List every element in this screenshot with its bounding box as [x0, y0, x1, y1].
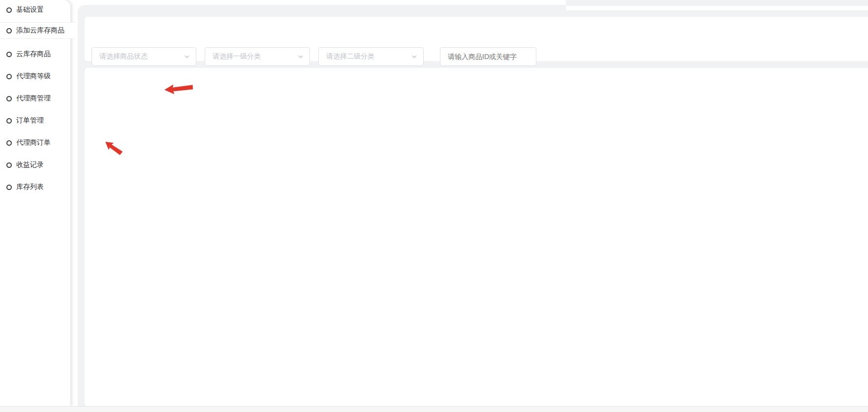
sidebar-item-label: 基础设置 [16, 5, 44, 14]
menu-circle-icon [6, 74, 12, 79]
chevron-down-icon [184, 54, 190, 60]
horizontal-scrollbar[interactable] [0, 406, 868, 412]
sidebar-item-0[interactable]: 基础设置 [0, 1, 70, 18]
sidebar-item-label: 代理商等级 [16, 72, 51, 81]
sidebar-item-label: 云库存商品 [16, 50, 51, 59]
sidebar-item-7[interactable]: 收益记录 [0, 157, 70, 173]
sidebar-item-label: 添加云库存商品 [16, 26, 64, 35]
sidebar-item-label: 订单管理 [16, 116, 44, 125]
filter-card: 请选择商品状态 请选择一级分类 请选择二级分类 [85, 17, 868, 61]
product-status-select[interactable]: 请选择商品状态 [92, 47, 196, 66]
sidebar-item-label: 库存列表 [16, 183, 44, 191]
sidebar-item-label: 收益记录 [16, 160, 44, 169]
top-right-white-band [566, 6, 868, 10]
chevron-down-icon [298, 54, 304, 60]
sidebar-item-2[interactable]: 云库存商品 [0, 46, 70, 63]
sidebar-item-4[interactable]: 代理商管理 [0, 90, 70, 107]
menu-circle-icon [6, 28, 12, 33]
keyword-search-input[interactable] [440, 47, 536, 66]
product-status-placeholder: 请选择商品状态 [99, 52, 184, 61]
menu-circle-icon [6, 7, 12, 13]
sidebar-item-1-active[interactable]: 添加云库存商品 [0, 22, 70, 39]
chevron-down-icon [411, 54, 417, 60]
menu-circle-icon [6, 140, 12, 146]
sidebar-item-8[interactable]: 库存列表 [0, 179, 70, 195]
menu-circle-icon [6, 185, 12, 190]
sidebar-item-label: 代理商管理 [16, 94, 51, 103]
product-table-card [85, 68, 868, 406]
sidebar-item-6[interactable]: 代理商订单 [0, 134, 70, 151]
annotation-arrow-add-stock [163, 82, 194, 96]
sidebar-item-3[interactable]: 代理商等级 [0, 68, 70, 85]
menu-circle-icon [6, 162, 12, 168]
top-right-gray-band [566, 0, 868, 6]
menu-circle-icon [6, 118, 12, 124]
category-level1-placeholder: 请选择一级分类 [213, 52, 298, 61]
menu-circle-icon [6, 96, 12, 101]
sidebar-item-label: 代理商订单 [16, 138, 51, 147]
menu-circle-icon [6, 52, 12, 57]
category-level2-select[interactable]: 请选择二级分类 [318, 47, 424, 66]
category-level2-placeholder: 请选择二级分类 [326, 52, 411, 61]
sidebar-item-5[interactable]: 订单管理 [0, 112, 70, 129]
category-level1-select[interactable]: 请选择一级分类 [205, 47, 310, 66]
